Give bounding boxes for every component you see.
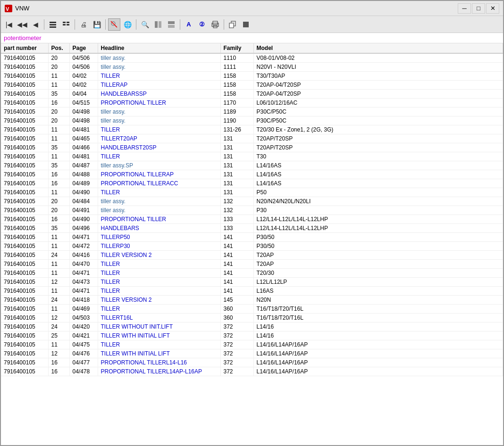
table-row[interactable]: 7916400105 20 04/506 tiller assy. 1110 V… xyxy=(1,53,503,63)
table-row[interactable]: 7916400105 11 04/471 TILLERP50 141 P30/5… xyxy=(1,233,503,242)
cell-headline[interactable]: PROPORTIONAL TILLERACC xyxy=(98,179,220,188)
table-row[interactable]: 7916400105 20 04/498 tiller assy. 1189 P… xyxy=(1,107,503,116)
table-row[interactable]: 7916400105 35 04/466 HANDLEBARST20SP 131… xyxy=(1,143,503,152)
table-row[interactable]: 7916400105 20 04/484 tiller assy. 132 N2… xyxy=(1,197,503,206)
table-row[interactable]: 7916400105 25 04/421 TILLER WITH INITIAL… xyxy=(1,331,503,340)
table-row[interactable]: 7916400105 20 04/498 tiller assy. 1190 P… xyxy=(1,116,503,125)
cell-headline[interactable]: TILLERP50 xyxy=(98,233,220,242)
zoom-in-button[interactable]: 🔍 xyxy=(139,18,151,31)
cell-headline[interactable]: TILLER xyxy=(98,125,220,134)
first-button[interactable]: |◀ xyxy=(3,18,15,31)
list2-button[interactable] xyxy=(60,18,72,31)
cell-headline[interactable]: TILLER xyxy=(98,340,220,349)
cell-pos: 11 xyxy=(48,125,69,134)
table-row[interactable]: 7916400105 11 04/469 TILLER 360 T16/T18/… xyxy=(1,305,503,314)
cell-headline[interactable]: PROPORTIONAL TILLERAP xyxy=(98,170,220,179)
cell-headline[interactable]: TILLER xyxy=(98,72,220,81)
cell-headline[interactable]: TILLER WITHOUT INIT.LIFT xyxy=(98,322,220,331)
table-row[interactable]: 7916400105 16 04/515 PROPORTIONAL TILLER… xyxy=(1,99,503,107)
cell-headline[interactable]: PROPORTIONAL TILLERL14AP-L16AP xyxy=(98,367,220,376)
table-row[interactable]: 7916400105 24 04/418 TILLER VERSION 2 14… xyxy=(1,296,503,305)
cell-headline[interactable]: TILLER WITH INITIAL LIFT xyxy=(98,349,220,358)
cell-pos: 11 xyxy=(48,188,69,197)
cell-headline[interactable]: TILLER xyxy=(98,152,220,161)
table-row[interactable]: 7916400105 11 04/475 TILLER 372 L14/16/L… xyxy=(1,340,503,349)
print2-button[interactable] xyxy=(209,18,221,31)
table-row[interactable]: 7916400105 35 04/487 tiller assy.SP 131 … xyxy=(1,161,503,170)
cell-headline[interactable]: HANDLEBARS xyxy=(98,224,220,233)
table-row[interactable]: 7916400105 11 04/470 TILLER 141 T20AP xyxy=(1,260,503,269)
table-row[interactable]: 7916400105 11 04/481 TILLER 131 T30 xyxy=(1,152,503,161)
prev-prev-button[interactable]: ◀◀ xyxy=(16,18,28,31)
num2-button[interactable]: ② xyxy=(196,18,208,31)
cell-model: N20VI - N20VLI xyxy=(253,63,503,72)
cell-headline[interactable]: TILLERT16L xyxy=(98,314,220,322)
prev-button[interactable]: ◀ xyxy=(29,18,42,31)
cell-headline[interactable]: TILLER VERSION 2 xyxy=(98,251,220,260)
cell-headline[interactable]: PROPORTIONAL TILLERL14-L16 xyxy=(98,358,220,367)
cell-headline[interactable]: tiller assy. xyxy=(98,53,220,63)
cell-headline[interactable]: TILLERT20AP xyxy=(98,134,220,143)
cell-headline[interactable]: PROPORTIONAL TILLER xyxy=(98,215,220,224)
table-row[interactable]: 7916400105 16 04/490 PROPORTIONAL TILLER… xyxy=(1,215,503,224)
cell-headline[interactable]: TILLER xyxy=(98,260,220,269)
view-button[interactable] xyxy=(152,18,164,31)
table-row[interactable]: 7916400105 20 04/491 tiller assy. 132 P3… xyxy=(1,206,503,215)
globe-button[interactable]: 🌐 xyxy=(121,18,134,31)
copy-button[interactable] xyxy=(227,18,239,31)
table-row[interactable]: 7916400105 11 04/465 TILLERT20AP 131 T20… xyxy=(1,134,503,143)
cell-headline[interactable]: TILLER VERSION 2 xyxy=(98,296,220,305)
cell-headline[interactable]: TILLER xyxy=(98,269,220,278)
cell-headline[interactable]: tiller assy.SP xyxy=(98,161,220,170)
table-row[interactable]: 7916400105 11 04/471 TILLER 141 L16AS xyxy=(1,287,503,296)
table-row[interactable]: 7916400105 11 04/481 TILLER 131-26 T20/3… xyxy=(1,125,503,134)
list-button[interactable] xyxy=(47,18,59,31)
cell-part-number: 7916400105 xyxy=(1,358,48,367)
cell-headline[interactable]: HANDLEBARSSP xyxy=(98,90,220,99)
table-row[interactable]: 7916400105 12 04/503 TILLERT16L 360 T16/… xyxy=(1,314,503,322)
search-off-button[interactable] xyxy=(108,18,120,31)
table-row[interactable]: 7916400105 24 04/416 TILLER VERSION 2 14… xyxy=(1,251,503,260)
table-row[interactable]: 7916400105 16 04/477 PROPORTIONAL TILLER… xyxy=(1,358,503,367)
table-row[interactable]: 7916400105 35 04/496 HANDLEBARS 133 L12/… xyxy=(1,224,503,233)
cell-headline[interactable]: HANDLEBARST20SP xyxy=(98,143,220,152)
print-button[interactable]: 🖨 xyxy=(77,18,90,31)
cell-headline[interactable]: TILLERP30 xyxy=(98,242,220,251)
cell-headline[interactable]: tiller assy. xyxy=(98,197,220,206)
table-row[interactable]: 7916400105 20 04/506 tiller assy. 1111 N… xyxy=(1,63,503,72)
save-button[interactable]: 💾 xyxy=(91,18,103,31)
table-row[interactable]: 7916400105 24 04/420 TILLER WITHOUT INIT… xyxy=(1,322,503,331)
maximize-button[interactable]: □ xyxy=(472,3,485,14)
cell-headline[interactable]: TILLER xyxy=(98,188,220,197)
table-row[interactable]: 7916400105 11 04/490 TILLER 131 P50 xyxy=(1,188,503,197)
minimize-button[interactable]: ─ xyxy=(458,3,471,14)
cell-headline[interactable]: tiller assy. xyxy=(98,116,220,125)
cell-headline[interactable]: tiller assy. xyxy=(98,63,220,72)
cell-headline[interactable]: TILLER xyxy=(98,287,220,296)
view2-button[interactable] xyxy=(165,18,177,31)
cell-family: 131 xyxy=(220,143,253,152)
table-row[interactable]: 7916400105 11 04/472 TILLERP30 141 P30/5… xyxy=(1,242,503,251)
cell-headline[interactable]: TILLERAP xyxy=(98,81,220,90)
table-wrapper[interactable]: part number Pos. Page Headline Family Mo… xyxy=(1,43,503,445)
table-row[interactable]: 7916400105 11 04/02 TILLER 1158 T30/T30A… xyxy=(1,72,503,81)
table-row[interactable]: 7916400105 12 04/476 TILLER WITH INITIAL… xyxy=(1,349,503,358)
cell-headline[interactable]: TILLER xyxy=(98,305,220,314)
table-row[interactable]: 7916400105 16 04/488 PROPORTIONAL TILLER… xyxy=(1,170,503,179)
cell-headline[interactable]: TILLER WITH INITIAL LIFT xyxy=(98,331,220,340)
table-row[interactable]: 7916400105 11 04/02 TILLERAP 1158 T20AP-… xyxy=(1,81,503,90)
cell-headline[interactable]: PROPORTIONAL TILLER xyxy=(98,99,220,107)
stop-button[interactable] xyxy=(240,18,252,31)
cell-headline[interactable]: tiller assy. xyxy=(98,206,220,215)
table-row[interactable]: 7916400105 11 04/471 TILLER 141 T20/30 xyxy=(1,269,503,278)
search-button[interactable]: A xyxy=(183,18,195,31)
table-row[interactable]: 7916400105 16 04/489 PROPORTIONAL TILLER… xyxy=(1,179,503,188)
table-row[interactable]: 7916400105 12 04/473 TILLER 141 L12L/L12… xyxy=(1,278,503,287)
table-row[interactable]: 7916400105 16 04/478 PROPORTIONAL TILLER… xyxy=(1,367,503,376)
cell-pos: 12 xyxy=(48,278,69,287)
table-row[interactable]: 7916400105 35 04/04 HANDLEBARSSP 1158 T2… xyxy=(1,90,503,99)
close-button[interactable]: ✕ xyxy=(486,3,499,14)
cell-headline[interactable]: TILLER xyxy=(98,278,220,287)
cell-family: 360 xyxy=(220,314,253,322)
cell-headline[interactable]: tiller assy. xyxy=(98,107,220,116)
